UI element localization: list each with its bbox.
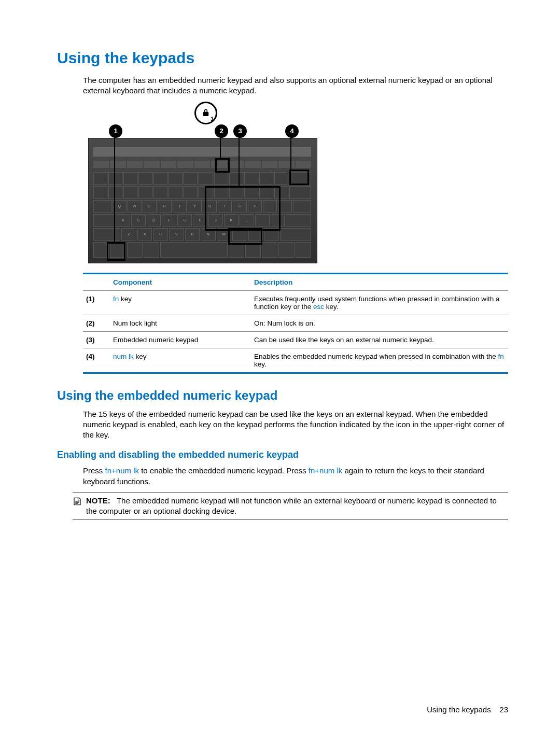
table-row: (3) Embedded numeric keypad Can be used … [83, 331, 508, 348]
row-component: fn key [110, 290, 251, 315]
section-heading-embedded: Using the embedded numeric keypad [57, 388, 508, 403]
embedded-keypad-highlight-ext [228, 228, 262, 245]
callout-2-line [220, 136, 221, 159]
embedded-paragraph: The 15 keys of the embedded numeric keyp… [83, 409, 508, 441]
keyboard-hinge [93, 147, 311, 157]
footer-text: Using the keypads [427, 705, 491, 714]
row-num: (2) [83, 315, 110, 331]
row-component: Embedded numeric keypad [110, 331, 251, 348]
row-description: Executes frequently used system function… [251, 290, 508, 315]
keyboard-figure: 1 QWERTYUIOP ASDFGHJKL ZXCVBNM 1 2 3 4 [88, 102, 316, 262]
note-block: NOTE: The embedded numeric keypad will n… [73, 492, 508, 521]
row-num: (1) [83, 290, 110, 315]
row-num: (3) [83, 331, 110, 348]
keyboard-row [93, 172, 311, 185]
lock-badge-sub: 1 [211, 116, 214, 122]
keyboard-fn-row [93, 161, 311, 168]
keyboard-row [93, 242, 311, 258]
page-title: Using the keypads [57, 49, 508, 67]
callout-3: 3 [233, 124, 247, 138]
component-table: Component Description (1) fn key Execute… [83, 273, 508, 374]
embedded-keypad-highlight [205, 186, 281, 231]
numlock-light-highlight [215, 158, 230, 173]
row-description: Can be used like the keys on an external… [251, 331, 508, 348]
numlk-key-highlight [289, 170, 309, 185]
callout-4: 4 [285, 124, 299, 138]
page-footer: Using the keypads 23 [427, 705, 508, 714]
table-row: (2) Num lock light On: Num lock is on. [83, 315, 508, 331]
table-header-component: Component [110, 273, 251, 290]
row-component: Num lock light [110, 315, 251, 331]
callout-2: 2 [215, 124, 228, 138]
note-icon [73, 497, 83, 517]
fn-key-highlight [107, 242, 125, 261]
row-num: (4) [83, 348, 110, 373]
subsection-heading-enable: Enabling and disabling the embedded nume… [57, 449, 508, 460]
callout-1-line [114, 136, 115, 242]
num-lock-light-icon: 1 [194, 102, 217, 124]
intro-paragraph: The computer has an embedded numeric key… [83, 75, 508, 96]
footer-page-number: 23 [499, 705, 508, 714]
row-description: Enables the embedded numeric keypad when… [251, 348, 508, 373]
row-description: On: Num lock is on. [251, 315, 508, 331]
callout-1: 1 [109, 124, 122, 138]
table-header-description: Description [251, 273, 508, 290]
callout-3-line [239, 136, 240, 187]
table-row: (1) fn key Executes frequently used syst… [83, 290, 508, 315]
callout-4-line [290, 136, 291, 170]
row-component: num lk key [110, 348, 251, 373]
note-text: The embedded numeric keypad will not fun… [86, 496, 497, 515]
table-row: (4) num lk key Enables the embedded nume… [83, 348, 508, 373]
note-label: NOTE: [86, 496, 110, 505]
enable-paragraph: Press fn+num lk to enable the embedded n… [83, 466, 508, 487]
